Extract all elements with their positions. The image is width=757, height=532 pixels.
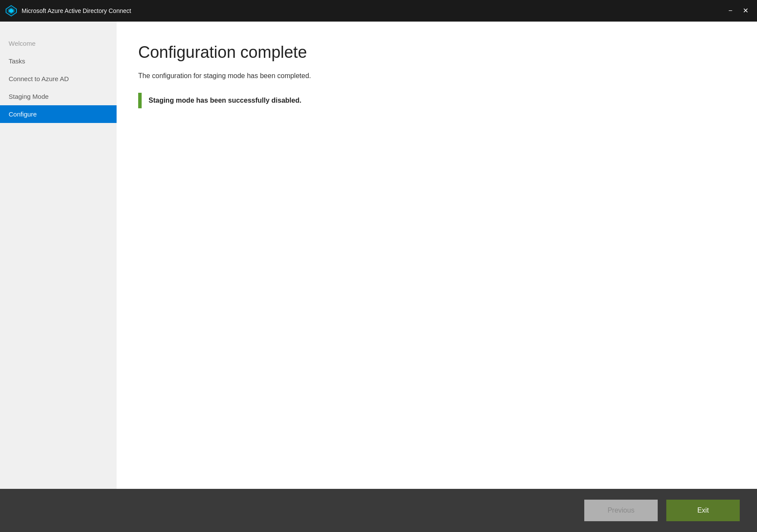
sidebar-item-label: Welcome [9, 40, 35, 47]
sidebar-item-staging-mode[interactable]: Staging Mode [0, 88, 117, 105]
sidebar: Welcome Tasks Connect to Azure AD Stagin… [0, 22, 117, 489]
content-spacer [138, 108, 735, 476]
sidebar-item-tasks[interactable]: Tasks [0, 52, 117, 70]
sidebar-item-connect-azure-ad[interactable]: Connect to Azure AD [0, 70, 117, 88]
success-message: Staging mode has been successfully disab… [149, 97, 301, 104]
close-button[interactable]: ✕ [739, 6, 752, 15]
azure-logo-icon [5, 5, 17, 17]
titlebar: Microsoft Azure Active Directory Connect… [0, 0, 757, 22]
previous-button[interactable]: Previous [584, 500, 658, 521]
main-content: Welcome Tasks Connect to Azure AD Stagin… [0, 22, 757, 489]
success-banner: Staging mode has been successfully disab… [138, 93, 735, 108]
page-description: The configuration for staging mode has b… [138, 72, 735, 80]
sidebar-item-label: Staging Mode [9, 93, 49, 100]
titlebar-controls: − ✕ [725, 6, 752, 15]
sidebar-item-label: Tasks [9, 57, 25, 65]
page-title: Configuration complete [138, 43, 735, 62]
minimize-button[interactable]: − [725, 6, 736, 15]
sidebar-item-welcome[interactable]: Welcome [0, 35, 117, 52]
sidebar-item-label: Configure [9, 110, 37, 118]
footer: Previous Exit [0, 489, 757, 532]
content-area: Configuration complete The configuration… [117, 22, 757, 489]
success-bar-indicator [138, 93, 142, 108]
app-window: Microsoft Azure Active Directory Connect… [0, 0, 757, 532]
exit-button[interactable]: Exit [666, 500, 740, 521]
sidebar-item-label: Connect to Azure AD [9, 75, 69, 82]
sidebar-item-configure[interactable]: Configure [0, 105, 117, 123]
titlebar-title: Microsoft Azure Active Directory Connect [22, 7, 725, 14]
